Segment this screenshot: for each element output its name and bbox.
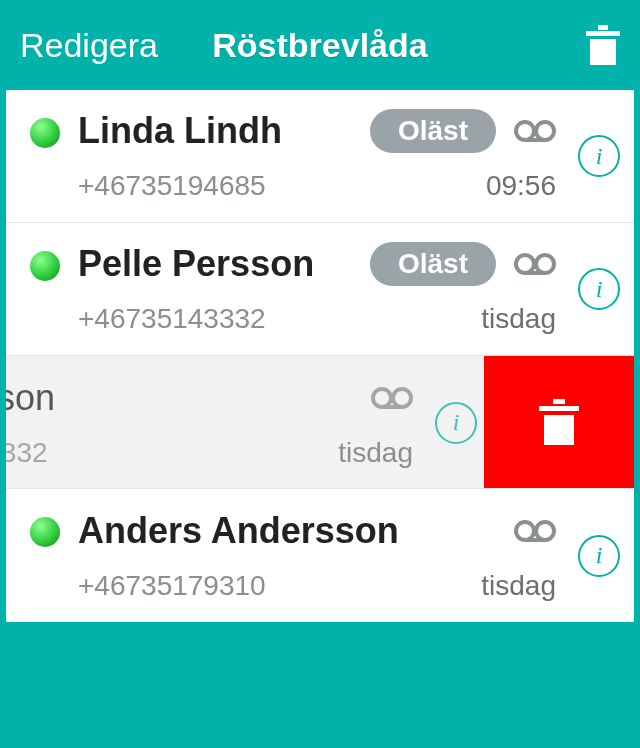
svg-rect-12 [539, 406, 579, 411]
trash-icon [539, 399, 579, 445]
unread-badge: Oläst [370, 109, 496, 153]
unread-badge: Oläst [370, 242, 496, 286]
voicemail-icon [371, 386, 413, 410]
voicemail-list: Linda Lindh Oläst +46735194685 09:56 i P… [6, 90, 634, 622]
svg-rect-0 [586, 31, 620, 36]
svg-point-7 [536, 255, 554, 273]
voicemail-icon [514, 252, 556, 276]
row-content: Pelle Persson Oläst +46735143332 tisdag [78, 234, 556, 344]
svg-point-3 [516, 122, 534, 140]
status-dot-icon [30, 251, 60, 281]
svg-rect-2 [590, 39, 616, 65]
header-bar: Redigera Röstbrevlåda [0, 0, 640, 90]
svg-point-4 [536, 122, 554, 140]
contact-name: Anders Andersson [78, 510, 399, 552]
svg-rect-1 [598, 25, 608, 30]
svg-point-15 [516, 522, 534, 540]
contact-name: Pelle Persson [78, 243, 314, 285]
svg-rect-14 [544, 415, 574, 445]
phone-number: +46735194685 [78, 170, 266, 202]
svg-point-6 [516, 255, 534, 273]
swiped-card[interactable]: Persson 35143332 tisdag i [6, 356, 484, 488]
contact-name: Persson [6, 377, 55, 419]
voicemail-row[interactable]: Linda Lindh Oläst +46735194685 09:56 i [6, 90, 634, 223]
timestamp: tisdag [481, 303, 556, 335]
info-button[interactable]: i [578, 268, 620, 310]
svg-point-9 [373, 389, 391, 407]
row-content: Linda Lindh Oläst +46735194685 09:56 [78, 101, 556, 211]
voicemail-row[interactable]: Pelle Persson Oläst +46735143332 tisdag … [6, 223, 634, 356]
contact-name: Linda Lindh [78, 110, 282, 152]
timestamp: tisdag [481, 570, 556, 602]
phone-number: +46735143332 [78, 303, 266, 335]
delete-row-button[interactable] [484, 356, 634, 488]
page-title: Röstbrevlåda [212, 26, 427, 65]
row-content: Persson 35143332 tisdag [6, 368, 413, 478]
edit-button[interactable]: Redigera [20, 26, 158, 65]
status-dot-icon [30, 517, 60, 547]
info-button[interactable]: i [578, 535, 620, 577]
timestamp: tisdag [338, 437, 413, 469]
app-root: Redigera Röstbrevlåda Linda Lindh Oläst [0, 0, 640, 748]
voicemail-row[interactable]: Anders Andersson +46735179310 tisdag i [6, 489, 634, 622]
phone-number: +46735179310 [78, 570, 266, 602]
timestamp: 09:56 [486, 170, 556, 202]
phone-number: 35143332 [6, 437, 48, 469]
info-button[interactable]: i [578, 135, 620, 177]
svg-point-10 [393, 389, 411, 407]
info-button[interactable]: i [435, 402, 477, 444]
voicemail-icon [514, 119, 556, 143]
delete-all-button[interactable] [586, 25, 620, 65]
voicemail-icon [514, 519, 556, 543]
status-dot-icon [30, 118, 60, 148]
svg-point-16 [536, 522, 554, 540]
voicemail-row-swiped[interactable]: Persson 35143332 tisdag i [6, 356, 634, 489]
trash-icon [586, 25, 620, 65]
row-content: Anders Andersson +46735179310 tisdag [78, 501, 556, 611]
svg-rect-13 [553, 399, 565, 404]
